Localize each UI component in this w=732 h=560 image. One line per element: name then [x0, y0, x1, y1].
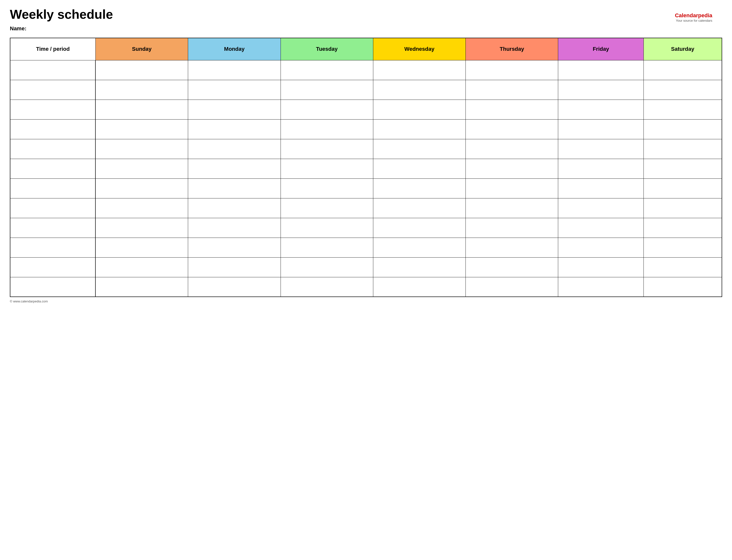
schedule-cell[interactable] — [558, 238, 643, 257]
time-cell[interactable] — [10, 238, 95, 257]
table-row — [10, 100, 722, 119]
time-cell[interactable] — [10, 100, 95, 119]
schedule-cell[interactable] — [558, 198, 643, 218]
time-cell[interactable] — [10, 60, 95, 80]
schedule-cell[interactable] — [281, 100, 373, 119]
schedule-cell[interactable] — [558, 119, 643, 139]
schedule-cell[interactable] — [373, 60, 465, 80]
schedule-cell[interactable] — [466, 238, 558, 257]
schedule-cell[interactable] — [643, 198, 722, 218]
schedule-cell[interactable] — [643, 218, 722, 238]
schedule-cell[interactable] — [373, 100, 465, 119]
schedule-cell[interactable] — [95, 257, 188, 277]
schedule-cell[interactable] — [95, 277, 188, 297]
schedule-cell[interactable] — [466, 60, 558, 80]
schedule-cell[interactable] — [95, 218, 188, 238]
schedule-cell[interactable] — [188, 60, 281, 80]
schedule-cell[interactable] — [281, 60, 373, 80]
schedule-cell[interactable] — [188, 159, 281, 178]
schedule-cell[interactable] — [95, 238, 188, 257]
schedule-cell[interactable] — [643, 139, 722, 159]
schedule-cell[interactable] — [643, 119, 722, 139]
schedule-cell[interactable] — [373, 139, 465, 159]
schedule-cell[interactable] — [466, 277, 558, 297]
schedule-cell[interactable] — [281, 238, 373, 257]
schedule-cell[interactable] — [281, 178, 373, 198]
schedule-cell[interactable] — [188, 119, 281, 139]
time-cell[interactable] — [10, 257, 95, 277]
schedule-cell[interactable] — [281, 119, 373, 139]
schedule-cell[interactable] — [188, 257, 281, 277]
time-cell[interactable] — [10, 178, 95, 198]
schedule-cell[interactable] — [373, 277, 465, 297]
schedule-cell[interactable] — [281, 198, 373, 218]
schedule-cell[interactable] — [281, 257, 373, 277]
schedule-cell[interactable] — [95, 139, 188, 159]
schedule-cell[interactable] — [558, 60, 643, 80]
branding-tagline: Your source for calendars — [675, 19, 712, 22]
schedule-cell[interactable] — [281, 277, 373, 297]
schedule-cell[interactable] — [188, 198, 281, 218]
schedule-cell[interactable] — [373, 80, 465, 100]
time-cell[interactable] — [10, 119, 95, 139]
schedule-cell[interactable] — [643, 178, 722, 198]
schedule-cell[interactable] — [643, 80, 722, 100]
schedule-cell[interactable] — [373, 198, 465, 218]
schedule-cell[interactable] — [558, 159, 643, 178]
schedule-cell[interactable] — [373, 218, 465, 238]
schedule-cell[interactable] — [188, 277, 281, 297]
schedule-cell[interactable] — [95, 60, 188, 80]
schedule-cell[interactable] — [643, 60, 722, 80]
schedule-cell[interactable] — [558, 277, 643, 297]
schedule-cell[interactable] — [643, 277, 722, 297]
schedule-cell[interactable] — [188, 238, 281, 257]
schedule-cell[interactable] — [466, 198, 558, 218]
time-cell[interactable] — [10, 80, 95, 100]
time-cell[interactable] — [10, 198, 95, 218]
schedule-cell[interactable] — [558, 80, 643, 100]
schedule-cell[interactable] — [95, 198, 188, 218]
schedule-cell[interactable] — [188, 80, 281, 100]
schedule-cell[interactable] — [95, 178, 188, 198]
schedule-cell[interactable] — [373, 257, 465, 277]
time-cell[interactable] — [10, 218, 95, 238]
schedule-cell[interactable] — [558, 218, 643, 238]
schedule-cell[interactable] — [281, 159, 373, 178]
schedule-cell[interactable] — [643, 159, 722, 178]
schedule-cell[interactable] — [281, 80, 373, 100]
schedule-cell[interactable] — [95, 119, 188, 139]
schedule-cell[interactable] — [95, 159, 188, 178]
schedule-cell[interactable] — [466, 218, 558, 238]
time-cell[interactable] — [10, 139, 95, 159]
schedule-cell[interactable] — [95, 100, 188, 119]
schedule-cell[interactable] — [95, 80, 188, 100]
schedule-cell[interactable] — [281, 139, 373, 159]
schedule-cell[interactable] — [373, 178, 465, 198]
schedule-cell[interactable] — [373, 238, 465, 257]
schedule-cell[interactable] — [466, 257, 558, 277]
schedule-cell[interactable] — [281, 218, 373, 238]
schedule-cell[interactable] — [558, 257, 643, 277]
schedule-cell[interactable] — [643, 238, 722, 257]
schedule-cell[interactable] — [466, 139, 558, 159]
schedule-cell[interactable] — [466, 119, 558, 139]
schedule-cell[interactable] — [188, 218, 281, 238]
col-header-saturday: Saturday — [643, 38, 722, 60]
time-cell[interactable] — [10, 277, 95, 297]
schedule-cell[interactable] — [373, 119, 465, 139]
schedule-cell[interactable] — [466, 159, 558, 178]
schedule-cell[interactable] — [466, 178, 558, 198]
table-row — [10, 198, 722, 218]
schedule-cell[interactable] — [188, 178, 281, 198]
schedule-cell[interactable] — [558, 139, 643, 159]
time-cell[interactable] — [10, 159, 95, 178]
schedule-cell[interactable] — [466, 100, 558, 119]
schedule-cell[interactable] — [643, 257, 722, 277]
schedule-cell[interactable] — [188, 100, 281, 119]
schedule-cell[interactable] — [558, 178, 643, 198]
schedule-cell[interactable] — [373, 159, 465, 178]
schedule-cell[interactable] — [466, 80, 558, 100]
schedule-cell[interactable] — [188, 139, 281, 159]
schedule-cell[interactable] — [558, 100, 643, 119]
schedule-cell[interactable] — [643, 100, 722, 119]
